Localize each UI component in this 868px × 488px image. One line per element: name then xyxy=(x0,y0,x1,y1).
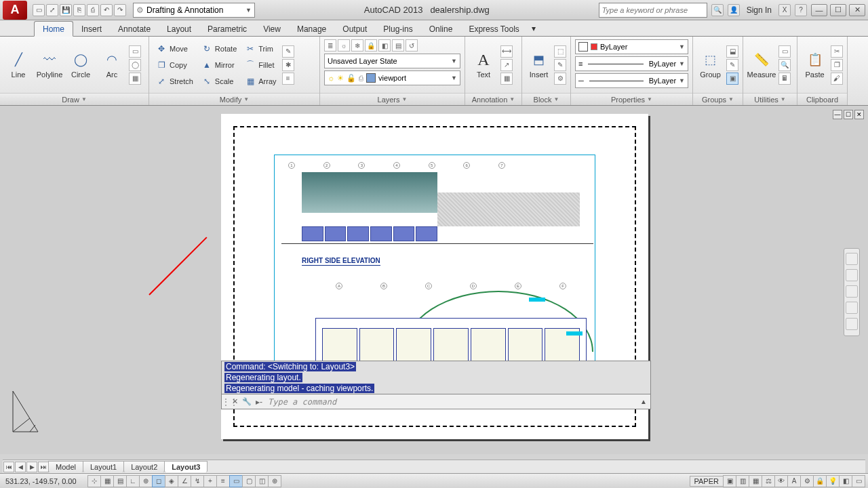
help-icon[interactable]: ? xyxy=(795,4,807,16)
tab-parametric[interactable]: Parametric xyxy=(199,22,255,36)
text-button[interactable]: AText xyxy=(469,41,498,89)
maximize-button[interactable]: ☐ xyxy=(830,4,846,16)
layer-freeze-icon[interactable]: ❄ xyxy=(351,39,363,52)
edit-block-icon[interactable]: ✎ xyxy=(554,59,566,71)
nav-pan-icon[interactable] xyxy=(846,269,858,281)
erase-icon[interactable]: ✎ xyxy=(282,45,294,58)
sb-cleanscreen-icon[interactable]: ▭ xyxy=(852,475,865,487)
scale-button[interactable]: ⤡Scale xyxy=(199,74,239,89)
layer-prop-icon[interactable]: ≣ xyxy=(324,39,336,52)
fillet-button[interactable]: ⌒Fillet xyxy=(242,58,279,73)
sb-3dosnap-icon[interactable]: ◈ xyxy=(165,475,178,487)
hatch-icon[interactable]: ▦ xyxy=(129,73,141,85)
insert-button[interactable]: ⬒Insert xyxy=(526,41,551,89)
panel-title-groups[interactable]: Groups xyxy=(702,96,726,104)
layer-off-icon[interactable]: ☼ xyxy=(338,39,350,52)
tab-insert[interactable]: Insert xyxy=(73,22,110,36)
color-dropdown[interactable]: ByLayer▼ xyxy=(575,39,688,54)
sb-isolate-icon[interactable]: ◧ xyxy=(839,475,852,487)
tab-view[interactable]: View xyxy=(255,22,289,36)
command-grip-icon[interactable]: ⋮⋮ xyxy=(222,397,229,407)
ellipse-icon[interactable]: ◯ xyxy=(129,59,141,71)
nav-showmotion-icon[interactable] xyxy=(846,318,858,330)
nav-zoom-icon[interactable] xyxy=(846,285,858,298)
qselect-icon[interactable]: 🔍 xyxy=(778,59,791,71)
qat-save-icon[interactable]: 💾 xyxy=(60,4,72,16)
sb-osnap-icon[interactable]: ◻ xyxy=(152,475,165,487)
match-prop-icon[interactable]: 🖌 xyxy=(831,73,843,85)
sb-ducs-icon[interactable]: ↯ xyxy=(191,475,204,487)
command-input[interactable]: Type a command xyxy=(265,397,637,407)
layout-tab-layout1[interactable]: Layout1 xyxy=(83,461,124,472)
array-button[interactable]: ▦Array xyxy=(242,74,279,89)
tab-plugins[interactable]: Plug-ins xyxy=(375,22,420,36)
move-button[interactable]: ✥Move xyxy=(153,41,196,56)
group-edit-icon[interactable]: ✎ xyxy=(726,59,738,71)
coordinates-display[interactable]: 531.23, -149.57, 0.00 xyxy=(0,477,88,485)
table-icon[interactable]: ▦ xyxy=(500,73,513,85)
calc-icon[interactable]: 🖩 xyxy=(778,73,791,85)
sb-annoscale-icon[interactable]: ⚖ xyxy=(762,475,775,487)
layout-prev-icon[interactable]: ◀ xyxy=(15,462,26,472)
qat-plot-icon[interactable]: ⎙ xyxy=(87,4,99,16)
sb-ortho-icon[interactable]: ∟ xyxy=(126,475,140,487)
stretch-button[interactable]: ⤢Stretch xyxy=(153,74,196,89)
command-options-icon[interactable]: 🔧 xyxy=(241,397,253,406)
panel-title-draw[interactable]: Draw xyxy=(62,96,79,104)
panel-title-layers[interactable]: Layers xyxy=(378,96,400,104)
space-toggle[interactable]: PAPER xyxy=(690,476,724,487)
leader-icon[interactable]: ↗ xyxy=(500,59,513,71)
qat-saveas-icon[interactable]: ⎘ xyxy=(73,4,85,16)
panel-title-annotation[interactable]: Annotation xyxy=(472,96,508,104)
nav-orbit-icon[interactable] xyxy=(846,302,858,314)
sb-annoauto-icon[interactable]: A xyxy=(787,475,801,487)
qat-undo-icon[interactable]: ↶ xyxy=(100,4,113,16)
offset-icon[interactable]: ≡ xyxy=(282,73,294,85)
rotate-button[interactable]: ↻Rotate xyxy=(199,41,239,56)
circle-button[interactable]: ◯Circle xyxy=(66,41,95,89)
measure-button[interactable]: 📏Measure xyxy=(747,41,776,89)
tab-extra-icon[interactable]: ▾ xyxy=(528,21,540,36)
layer-match-icon[interactable]: ▤ xyxy=(392,39,404,52)
tab-annotate[interactable]: Annotate xyxy=(110,22,159,36)
panel-title-properties[interactable]: Properties xyxy=(611,96,645,104)
line-button[interactable]: ╱Line xyxy=(4,41,33,89)
polyline-button[interactable]: 〰Polyline xyxy=(35,41,64,89)
linetype-dropdown[interactable]: ─ByLayer▼ xyxy=(575,73,688,88)
paste-button[interactable]: 📋Paste xyxy=(802,41,828,89)
layout-first-icon[interactable]: ⏮ xyxy=(3,462,14,472)
sb-infer-icon[interactable]: ⊹ xyxy=(87,475,101,487)
exchange-icon[interactable]: X xyxy=(778,4,791,16)
sb-tpy-icon[interactable]: ▭ xyxy=(229,475,243,487)
help-search[interactable] xyxy=(599,3,707,18)
tab-output[interactable]: Output xyxy=(334,22,375,36)
layer-iso-icon[interactable]: ◧ xyxy=(378,39,391,52)
search-icon[interactable]: 🔍 xyxy=(711,4,724,16)
tab-manage[interactable]: Manage xyxy=(289,22,334,36)
group-button[interactable]: ⬚Group xyxy=(697,41,724,89)
select-icon[interactable]: ▭ xyxy=(778,45,791,58)
rectangle-icon[interactable]: ▭ xyxy=(129,45,141,58)
lineweight-dropdown[interactable]: ≡ByLayer▼ xyxy=(575,56,688,71)
tab-express[interactable]: Express Tools xyxy=(460,22,527,36)
drawing-area[interactable]: — ☐ ✕ 1234567 RIGHT SIDE ELEVATION ABCDE… xyxy=(0,106,868,454)
cut-icon[interactable]: ✂ xyxy=(831,45,843,58)
create-block-icon[interactable]: ⬚ xyxy=(554,45,566,58)
sb-grid-icon[interactable]: ▤ xyxy=(113,475,127,487)
sb-lwt-icon[interactable]: ≡ xyxy=(216,475,230,487)
sb-qp-icon[interactable]: ▢ xyxy=(242,475,256,487)
sb-snap-icon[interactable]: ▦ xyxy=(100,475,114,487)
panel-title-utilities[interactable]: Utilities xyxy=(754,96,778,104)
sb-polar-icon[interactable]: ⊕ xyxy=(139,475,153,487)
sb-sc-icon[interactable]: ◫ xyxy=(255,475,269,487)
layer-prev-icon[interactable]: ↺ xyxy=(406,39,418,52)
sb-hardware-icon[interactable]: 💡 xyxy=(826,475,840,487)
sb-quickview-drawings-icon[interactable]: ▦ xyxy=(749,475,762,487)
layout-tab-model[interactable]: Model xyxy=(48,461,83,472)
copy-button[interactable]: ❐Copy xyxy=(153,58,196,73)
layout-tab-layout3[interactable]: Layout3 xyxy=(164,461,208,472)
tab-layout[interactable]: Layout xyxy=(159,22,199,36)
qat-new-icon[interactable]: ▭ xyxy=(33,4,45,16)
layer-state-dropdown[interactable]: Unsaved Layer State▼ xyxy=(324,54,460,68)
dimension-icon[interactable]: ⟷ xyxy=(500,45,513,58)
